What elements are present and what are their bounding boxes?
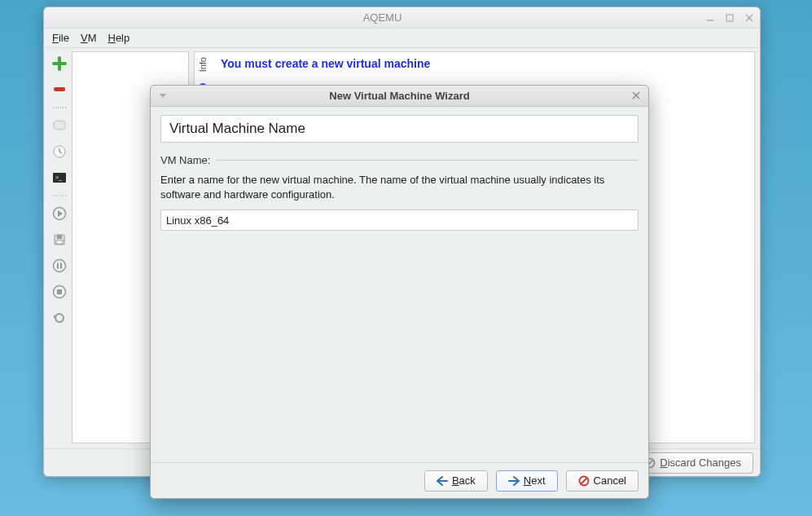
terminal-icon[interactable]: >_ — [50, 169, 68, 187]
svg-point-14 — [54, 260, 66, 272]
menubar: File VM Help — [44, 29, 760, 48]
cancel-button-label: Cancel — [594, 474, 626, 487]
dialog-menu-icon[interactable] — [156, 90, 170, 102]
cancel-icon — [578, 475, 590, 487]
stop-icon[interactable] — [50, 283, 68, 301]
menu-help[interactable]: Help — [108, 32, 129, 44]
section-divider — [217, 160, 639, 161]
vm-name-section-label: VM Name: — [160, 154, 210, 166]
play-icon[interactable] — [50, 205, 68, 223]
discard-changes-label: Discard Changes — [660, 456, 741, 469]
info-message: You must create a new virtual machine — [221, 57, 746, 70]
remove-vm-icon[interactable] — [50, 81, 68, 99]
add-vm-icon[interactable] — [50, 55, 68, 73]
svg-rect-16 — [60, 263, 62, 269]
svg-rect-18 — [57, 289, 62, 294]
reset-icon[interactable] — [50, 309, 68, 327]
cancel-button[interactable]: Cancel — [566, 470, 639, 492]
svg-rect-4 — [54, 87, 65, 91]
dialog-footer: Back Next Cancel — [151, 462, 648, 498]
pause-icon[interactable] — [50, 257, 68, 275]
main-titlebar: AQEMU — [44, 7, 760, 29]
minimize-icon[interactable] — [704, 12, 716, 24]
dialog-title: New Virtual Machine Wizard — [170, 90, 629, 102]
new-vm-wizard-dialog: New Virtual Machine Wizard Virtual Machi… — [150, 85, 649, 499]
svg-rect-13 — [56, 240, 63, 244]
svg-marker-22 — [160, 94, 166, 98]
clock-icon[interactable] — [50, 143, 68, 161]
wizard-step-heading: Virtual Machine Name — [160, 115, 639, 143]
main-window-title: AQEMU — [60, 11, 704, 24]
dialog-titlebar: New Virtual Machine Wizard — [151, 86, 648, 107]
info-tab-label[interactable]: Info — [198, 57, 208, 72]
discard-changes-button[interactable]: Discard Changes — [632, 452, 753, 474]
vm-name-input[interactable] — [160, 209, 639, 231]
svg-rect-1 — [726, 15, 733, 21]
next-button-label: Next — [524, 474, 546, 487]
dialog-body: Virtual Machine Name VM Name: Enter a na… — [151, 107, 648, 462]
svg-marker-10 — [58, 210, 63, 217]
arrow-right-icon — [508, 475, 520, 487]
menu-vm[interactable]: VM — [81, 32, 97, 44]
disk-icon[interactable] — [50, 117, 68, 135]
toolbar-separator — [52, 107, 67, 108]
save-icon[interactable] — [50, 231, 68, 249]
close-icon[interactable] — [744, 12, 755, 24]
maximize-icon[interactable] — [724, 12, 735, 24]
svg-text:>_: >_ — [55, 174, 62, 181]
back-button-label: Back — [452, 474, 476, 487]
toolbar-separator — [52, 195, 67, 196]
svg-rect-15 — [57, 263, 59, 269]
vm-name-description: Enter a name for the new virtual machine… — [160, 173, 639, 201]
arrow-left-icon — [437, 475, 448, 487]
vm-name-section-label-row: VM Name: — [160, 154, 639, 166]
toolbar: >_ — [47, 51, 72, 443]
svg-rect-12 — [57, 235, 62, 239]
window-controls — [704, 12, 755, 24]
next-button[interactable]: Next — [496, 470, 558, 492]
menu-file[interactable]: File — [52, 32, 69, 44]
svg-line-26 — [581, 478, 586, 483]
dialog-close-icon[interactable] — [629, 90, 643, 102]
back-button[interactable]: Back — [424, 470, 488, 492]
